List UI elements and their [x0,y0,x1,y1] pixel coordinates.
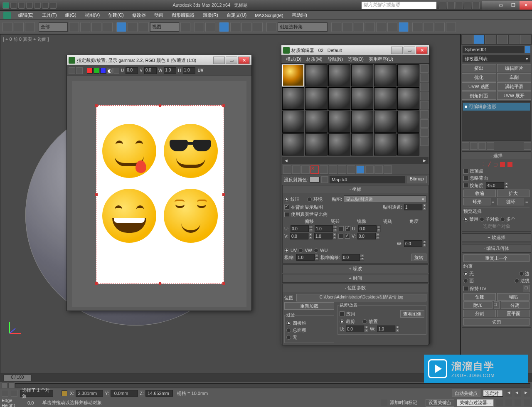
stack-remove-icon[interactable] [487,142,494,150]
play-prev-icon[interactable]: |◄ [505,390,512,397]
tab-hierarchy-icon[interactable] [485,35,496,44]
crop-image-area[interactable] [96,105,224,284]
btn-turbosmooth[interactable]: 涡轮平滑 [497,82,532,91]
sample-slot[interactable] [374,87,396,109]
curve-editor-icon[interactable] [376,22,386,32]
comm-center-icon[interactable] [381,400,387,406]
tab-create-icon[interactable] [462,35,473,44]
u-tile-input[interactable] [315,225,333,232]
sample-slot[interactable] [328,87,350,109]
maxscript-icon[interactable] [2,390,8,397]
object-name-field[interactable] [463,46,524,53]
go-parent-icon[interactable] [374,165,383,174]
chk-apply[interactable] [340,311,345,316]
sample-slot[interactable] [351,133,373,155]
btn-grow[interactable]: 扩大 [497,190,530,197]
key-sel-dropdown[interactable]: 选定对 [483,390,503,397]
nav-maxtoggle-icon[interactable] [524,400,530,406]
lock-ui-icon[interactable] [11,390,17,397]
v-angle-input[interactable] [357,233,376,239]
tab-display-icon[interactable] [509,35,520,44]
snap-2d-icon[interactable] [219,22,229,32]
qat-save-icon[interactable] [26,2,33,9]
rad-filter-sum[interactable] [286,328,291,333]
sample-slot[interactable] [328,133,350,155]
assign-to-sel-icon[interactable] [301,165,310,174]
put-to-scene-icon[interactable] [292,165,300,174]
trackbar[interactable] [0,382,532,389]
map-channel-input[interactable] [404,204,422,210]
u-offset-input[interactable] [291,225,309,232]
select-by-mat-icon[interactable] [420,128,429,137]
favorites-icon[interactable] [464,2,471,9]
sample-slot[interactable] [397,111,419,133]
graphite-ribbon-icon[interactable] [365,22,375,32]
modifier-list-dropdown[interactable]: 修改器列表▾ [463,55,530,62]
crop-w2-input[interactable] [377,326,395,332]
chk-ignoreback[interactable] [463,176,468,181]
mat-close-button[interactable]: ✕ [416,47,428,54]
restore-button[interactable]: ❐ [507,1,520,10]
crop-min-button[interactable]: — [213,57,225,64]
app-button[interactable] [2,2,9,9]
sample-slot[interactable] [351,87,373,109]
crop-max-button[interactable]: ▭ [226,57,237,64]
options-icon[interactable] [420,119,429,128]
subscription-icon[interactable] [447,2,455,9]
menu-group[interactable]: 组(G) [62,11,80,19]
blur-input[interactable] [296,254,315,261]
crop-canvas[interactable] [72,81,246,307]
coord-z[interactable]: 14.652mm [145,390,173,397]
chk-u-mirror[interactable] [339,226,344,231]
video-check-icon[interactable] [420,101,429,109]
menu-modifiers[interactable]: 修改器 [129,11,149,19]
btn-uvwunwrap[interactable]: UVW 展开 [497,91,532,100]
app-menu-qat[interactable] [0,2,59,9]
tab-motion-icon[interactable] [497,35,508,44]
crop-v-input[interactable]: 0.0 [144,67,157,74]
chk-byvertex[interactable] [463,169,468,174]
btn-extrude[interactable]: 挤出 [462,64,496,72]
rad-vw[interactable] [298,248,303,253]
qat-new-icon[interactable] [10,2,17,9]
sample-slot[interactable] [282,87,304,109]
btn-ring[interactable]: 环形 [463,198,490,205]
sample-uv-icon[interactable] [420,92,429,100]
rad-uv[interactable] [284,248,289,253]
nav-zoom-icon[interactable] [496,400,503,406]
swatch-blue[interactable] [100,68,106,74]
crop-tool-b-icon[interactable] [76,67,83,74]
bind-spacewarp-icon[interactable] [25,22,35,32]
sample-slot[interactable] [351,111,373,133]
btn-rotate[interactable]: 旋转 [411,254,426,261]
help-icon[interactable] [472,2,480,9]
add-time-tag[interactable]: 添加时间标记 [390,400,423,406]
btn-collapse[interactable]: 塌陷 [497,293,530,301]
select-manipulate-icon[interactable] [194,22,204,32]
lock-selection-icon[interactable] [62,390,67,396]
subobj-element-icon[interactable] [507,162,512,167]
sample-slot[interactable] [397,64,419,86]
sample-slot[interactable] [305,87,327,109]
select-region-icon[interactable] [91,22,101,32]
infocenter-search[interactable]: 键入关键字或短语 [362,2,436,9]
btn-autokey[interactable]: 自动关键点 [452,390,480,397]
v-offset-input[interactable] [290,233,308,239]
menu-customize[interactable]: 自定义(U) [223,11,250,19]
nav-orbit-icon[interactable] [515,400,521,406]
link-icon[interactable] [2,22,12,32]
crop-u2-input[interactable] [346,326,364,332]
btn-optimize[interactable]: 优化 [462,73,496,81]
mat-map-nav-icon[interactable] [420,138,429,146]
mat-id-icon[interactable] [347,165,355,174]
rad-c-edge[interactable] [519,271,524,276]
get-material-icon[interactable] [283,165,291,174]
edit-named-sel-icon[interactable] [266,22,276,32]
btn-setkey[interactable]: 设置关键点 [426,399,454,407]
rad-multi[interactable] [500,217,505,222]
btn-uvwmap[interactable]: UVW 贴图 [462,82,496,91]
tab-modify-icon[interactable] [473,35,484,44]
ref-coord-dropdown[interactable]: 视图 [150,22,179,32]
use-center-icon[interactable] [180,22,190,32]
mat-menu-navigate[interactable]: 导航(N) [325,56,345,63]
